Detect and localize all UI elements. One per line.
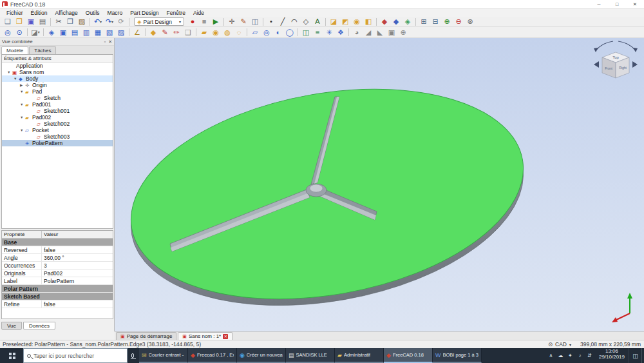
tab-modele[interactable]: Modèle	[1, 46, 28, 54]
pocket-icon[interactable]: ▱	[249, 28, 261, 37]
prop-label[interactable]: Label PolarPattern	[2, 277, 113, 285]
print-icon[interactable]: ▤	[37, 17, 48, 26]
boolean-cut-icon[interactable]: ◆	[390, 17, 402, 26]
menu-affichage[interactable]: Affichage	[52, 10, 82, 16]
tree-item-origin[interactable]: ▶ ✛ Origin	[2, 82, 113, 88]
undo-icon[interactable]: ↶▾	[92, 17, 104, 26]
defeaturing-icon[interactable]: ⊖	[453, 17, 464, 26]
create-body-icon[interactable]: ◆	[147, 28, 159, 37]
property-value[interactable]: false	[42, 301, 113, 308]
fillet-icon[interactable]: ◕	[351, 28, 363, 37]
tree-item-pad001[interactable]: ▼ ▰ Pad001	[2, 101, 113, 108]
navcube-top-label[interactable]: Top	[612, 55, 619, 59]
navcube-front-label[interactable]: Front	[605, 66, 612, 70]
thickness-icon[interactable]: ▣	[386, 28, 397, 37]
tray-antivirus-icon[interactable]: ✦	[566, 353, 574, 358]
shape-tool-icon[interactable]: ◇	[300, 17, 312, 26]
show-desktop-button[interactable]	[641, 348, 644, 363]
prop-refine[interactable]: Refine false	[2, 300, 113, 308]
edit-mode-icon[interactable]: ✎	[238, 17, 249, 26]
section-icon[interactable]: ⊟	[430, 17, 441, 26]
navcube-right-label[interactable]: Right	[619, 66, 627, 70]
tree-item-sketch001[interactable]: ▱ Sketch001	[2, 108, 113, 114]
tree-expander-icon[interactable]: ▶	[20, 83, 25, 87]
dock-close-icon[interactable]: ✕	[108, 39, 112, 44]
navigation-style-selector[interactable]: CAD	[555, 341, 567, 348]
draft-icon[interactable]: ◣	[374, 28, 386, 37]
menu-fenetre[interactable]: Fenêtre	[163, 10, 189, 16]
menu-outils[interactable]: Outils	[82, 10, 104, 16]
property-value[interactable]: 360,00 °	[42, 255, 113, 261]
property-value[interactable]: PolarPattern	[42, 278, 113, 284]
map-sketch-icon[interactable]: ❑	[182, 28, 194, 37]
new-file-icon[interactable]: ❏	[2, 17, 14, 26]
measure-icon[interactable]: ∠	[131, 28, 143, 37]
chamfer-icon[interactable]: ◢	[363, 28, 374, 37]
tree-item-pad002[interactable]: ▼ ▰ Pad002	[2, 114, 113, 121]
menu-aide[interactable]: Aide	[189, 10, 208, 16]
taskbar-app-browser[interactable]: ◉ Créer un nouveau s...	[237, 348, 286, 363]
tree-item-sketch[interactable]: ▱ Sketch	[2, 95, 113, 101]
tab-close-icon[interactable]: ✕	[223, 334, 228, 339]
tab-taches[interactable]: Tâches	[29, 46, 56, 54]
view-right-icon[interactable]: ▥	[80, 28, 92, 37]
macro-execute-icon[interactable]: ▶	[210, 17, 222, 26]
point-tool-icon[interactable]: •	[265, 17, 277, 26]
tree-item-application[interactable]: Application	[2, 63, 113, 69]
extrude-icon[interactable]: ⊞	[418, 17, 430, 26]
maximize-button[interactable]: □	[608, 0, 626, 8]
boolean-common-icon[interactable]: ◈	[402, 17, 413, 26]
linear-pattern-icon[interactable]: ≡	[312, 28, 323, 37]
tree-expander-icon[interactable]: ▼	[14, 77, 19, 81]
tree-item-sketch002[interactable]: ▱ Sketch002	[2, 121, 113, 127]
prop-section-base[interactable]: Base	[2, 239, 113, 246]
property-value[interactable]: 3	[42, 262, 113, 269]
subtractive-loft-icon[interactable]: ◯	[284, 28, 296, 37]
cut-icon[interactable]: ✂	[53, 17, 64, 26]
refresh-icon[interactable]: ⟳	[115, 17, 127, 26]
tab-start-page[interactable]: ▣ Page de démarrage	[116, 332, 176, 340]
prop-angle[interactable]: Angle 360,00 °	[2, 254, 113, 262]
tray-network-icon[interactable]: ⇵	[585, 353, 594, 358]
view-left-icon[interactable]: ▨	[115, 28, 127, 37]
revolution-icon[interactable]: ◉	[210, 28, 222, 37]
boolean-icon[interactable]: ⊕	[397, 28, 409, 37]
tree-item-sketch003[interactable]: ▱ Sketch003	[2, 133, 113, 140]
text-tool-icon[interactable]: A	[312, 17, 323, 26]
prop-reversed[interactable]: Reversed false	[2, 246, 113, 254]
menu-fichier[interactable]: Fichier	[3, 10, 27, 16]
menu-edition[interactable]: Édition	[27, 10, 52, 16]
taskbar-app-sandisk[interactable]: ▤ SANDISK LLE	[286, 348, 335, 363]
paste-icon[interactable]: ▨	[76, 17, 88, 26]
tray-cloud-icon[interactable]: ☁	[556, 353, 565, 358]
tree-expander-icon[interactable]: ▼	[20, 103, 25, 106]
primitive-sphere-icon[interactable]: ◉	[351, 17, 363, 26]
prop-originals[interactable]: Originals Pad002	[2, 270, 113, 277]
macro-stop-icon[interactable]: ■	[198, 17, 210, 26]
groove-icon[interactable]: ◐	[272, 28, 284, 37]
taskbar-clock[interactable]: 13:06 29/10/2019	[595, 348, 629, 363]
tray-chevron-up-icon[interactable]: ∧	[547, 353, 555, 358]
tab-donnees[interactable]: Données	[23, 322, 55, 330]
view-isometric-icon[interactable]: ◈	[46, 28, 57, 37]
tree-expander-icon[interactable]: ▼	[7, 70, 12, 74]
action-center-button[interactable]: ◫	[629, 348, 641, 363]
tree-item-pad[interactable]: ▼ ▰ Pad	[2, 88, 113, 95]
view-bottom-icon[interactable]: ▧	[104, 28, 115, 37]
cross-sections-icon[interactable]: ⊗	[464, 17, 476, 26]
minimize-button[interactable]: ─	[590, 0, 608, 8]
tree-expander-icon[interactable]: ▼	[20, 128, 25, 132]
zoom-selection-icon[interactable]: ⊙	[14, 28, 25, 37]
alignment-icon[interactable]: ◫	[249, 17, 261, 26]
menu-part-design[interactable]: Part Design	[126, 10, 162, 16]
additive-loft-icon[interactable]: ◍	[222, 28, 233, 37]
tree-item-sans-nom[interactable]: ▼ ▣ Sans nom	[2, 69, 113, 75]
open-file-icon[interactable]: ❒	[14, 17, 25, 26]
redo-icon[interactable]: ↷▾	[104, 17, 115, 26]
cortana-mic-button[interactable]	[128, 348, 138, 363]
tree-item-pocket[interactable]: ▼ ▱ Pocket	[2, 127, 113, 133]
tree-item-polarpattern[interactable]: ✳ PolarPattern	[2, 140, 113, 146]
property-value[interactable]: false	[42, 247, 113, 253]
additive-pipe-icon[interactable]: ◌	[233, 28, 245, 37]
taskbar-app-administratif[interactable]: ▰ Administratif	[335, 348, 384, 363]
